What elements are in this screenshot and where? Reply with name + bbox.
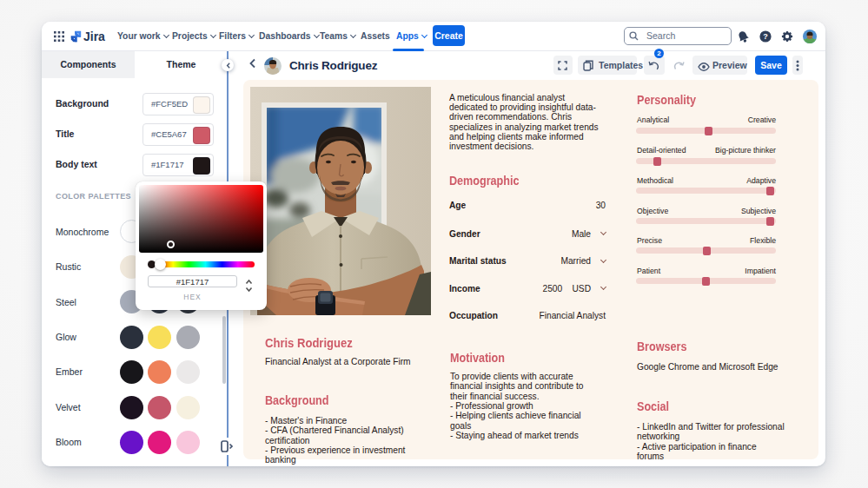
svg-text:?: ?	[763, 32, 768, 41]
